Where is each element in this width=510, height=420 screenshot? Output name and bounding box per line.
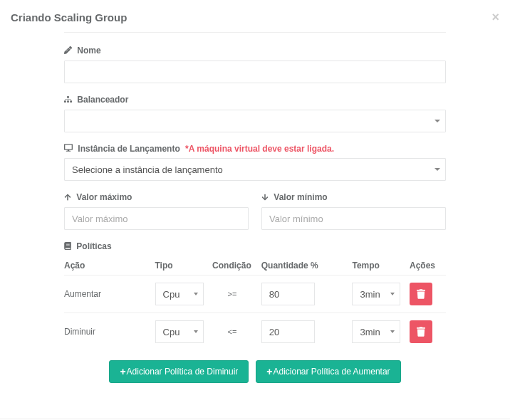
- label-valor-maximo: Valor máximo: [64, 192, 249, 203]
- chevron-down-icon: [434, 120, 440, 122]
- delete-button[interactable]: [410, 283, 432, 305]
- condicao-text: <=: [206, 327, 259, 336]
- section-politicas: Políticas: [64, 241, 446, 252]
- field-valor-maximo: Valor máximo: [64, 192, 249, 230]
- modal-criando-scaling-group: Criando Scaling Group × Nome Balanc: [0, 0, 510, 420]
- plus-icon: +: [120, 367, 125, 377]
- sitemap-icon: [64, 95, 72, 105]
- chevron-down-icon: [194, 330, 198, 333]
- chevron-down-icon: [194, 293, 198, 295]
- policy-row-aumentar: Aumentar Cpu >= 3min: [64, 275, 446, 313]
- trash-icon: [417, 327, 425, 337]
- tipo-select[interactable]: Cpu: [155, 283, 204, 305]
- col-tempo: Tempo: [342, 261, 405, 271]
- col-tipo: Tipo: [153, 261, 206, 271]
- modal-body: Nome Balanceador: [0, 32, 510, 390]
- field-valor-minimo: Valor mínimo: [261, 192, 446, 230]
- condicao-text: >=: [206, 290, 259, 298]
- policy-row-diminuir: Diminuir Cpu <= 3min: [64, 313, 446, 350]
- acao-label: Aumentar: [64, 289, 154, 299]
- valor-minimo-input[interactable]: [261, 207, 446, 230]
- field-instancia: Instância de Lançamento *A máquina virtu…: [64, 144, 446, 182]
- tempo-select[interactable]: 3min: [352, 320, 400, 343]
- policies-header: Ação Tipo Condição Quantidade % Tempo Aç…: [64, 256, 446, 275]
- modal-header: Criando Scaling Group ×: [0, 0, 510, 32]
- delete-button[interactable]: [410, 320, 432, 343]
- label-nome: Nome: [64, 46, 446, 56]
- chevron-down-icon: [390, 293, 395, 295]
- add-aumentar-button[interactable]: + Adicionar Política de Aumentar: [256, 360, 400, 383]
- field-nome: Nome: [64, 46, 446, 83]
- add-diminuir-button[interactable]: + Adicionar Política de Diminuir: [109, 360, 249, 383]
- label-valor-minimo: Valor mínimo: [261, 192, 446, 203]
- col-cond: Condição: [206, 261, 259, 271]
- tempo-select[interactable]: 3min: [352, 283, 400, 305]
- close-icon[interactable]: ×: [491, 11, 499, 23]
- chevron-down-icon: [390, 330, 395, 333]
- policy-buttons: + Adicionar Política de Diminuir + Adici…: [64, 360, 446, 383]
- balanceador-select[interactable]: [64, 110, 446, 132]
- label-instancia: Instância de Lançamento *A máquina virtu…: [64, 144, 446, 154]
- col-acao: Ação: [64, 261, 153, 271]
- plus-icon: +: [266, 367, 272, 377]
- valor-maximo-input[interactable]: [64, 207, 249, 230]
- field-balanceador: Balanceador: [64, 95, 446, 132]
- quantidade-input[interactable]: [261, 320, 315, 343]
- modal-title: Criando Scaling Group: [11, 11, 127, 23]
- book-icon: [64, 242, 71, 252]
- chevron-down-icon: [434, 168, 440, 171]
- desktop-icon: [64, 144, 73, 154]
- tipo-select[interactable]: Cpu: [155, 320, 204, 343]
- instancia-select[interactable]: Selecione a instância de lançamento: [64, 158, 446, 181]
- col-qtd: Quantidade %: [259, 261, 343, 271]
- arrow-down-icon: [261, 193, 269, 203]
- edit-icon: [64, 46, 72, 56]
- acao-label: Diminuir: [64, 327, 154, 337]
- nome-input[interactable]: [64, 61, 446, 83]
- label-politicas: Políticas: [64, 241, 446, 252]
- label-balanceador: Balanceador: [64, 95, 446, 105]
- arrow-up-icon: [64, 193, 71, 203]
- trash-icon: [417, 289, 425, 299]
- quantidade-input[interactable]: [261, 283, 315, 305]
- col-acoes: Ações: [405, 261, 446, 271]
- instancia-warning: *A máquina virtual deve estar ligada.: [185, 144, 334, 154]
